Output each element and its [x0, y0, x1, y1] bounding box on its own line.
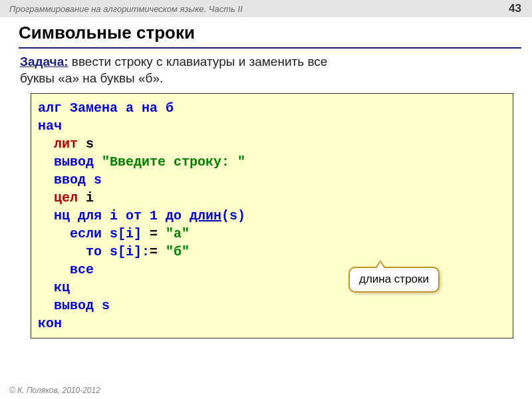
task-text-2: буквы «а» на буквы «б». [20, 71, 163, 85]
callout-text: длина строки [359, 273, 429, 285]
kw-vvod: ввод s [38, 172, 102, 188]
task-text-1: ввести строку с клавиатуры и заменить вс… [68, 55, 328, 68]
kw-to: то s[i]: [38, 244, 150, 259]
footer-copyright: © К. Поляков, 2010-2012 [9, 386, 100, 395]
breadcrumb: Программирование на алгоритмическом язык… [9, 4, 243, 14]
task-description: Задача: ввести строку с клавиатуры и зам… [0, 49, 532, 86]
kw-alg: алг [38, 100, 70, 116]
page-title: Символьные строки [0, 17, 532, 47]
str-a: "а" [166, 226, 190, 241]
kw-kon: кон [38, 316, 62, 331]
callout-pointer-inner [376, 262, 384, 269]
page-number: 43 [509, 2, 521, 15]
kw-vyvod: вывод [38, 154, 102, 170]
var-s: s [86, 136, 94, 152]
kw-cel: цел [38, 190, 86, 205]
var-i: i [86, 190, 94, 205]
kw-kc: кц [38, 280, 70, 295]
fn-dlin: длин [190, 208, 221, 223]
str-b: "б" [166, 244, 190, 259]
kw-esli: если s[i] [38, 226, 142, 241]
op-eq1: = [142, 226, 166, 241]
task-label: Задача: [20, 55, 68, 68]
op-eq2: = [150, 244, 166, 259]
code-block: алг Замена а на б нач лит s вывод "Введи… [31, 93, 513, 338]
alg-name: Замена а на б [70, 100, 174, 116]
str-prompt: "Введите строку: " [102, 154, 245, 170]
kw-vyvod2: вывод s [38, 298, 110, 313]
kw-nc: нц для i от 1 до [38, 208, 190, 223]
callout-box: длина строки [348, 267, 440, 293]
kw-nach: нач [38, 118, 62, 134]
kw-lit: лит [38, 136, 86, 152]
kw-vse: все [38, 262, 94, 277]
header-bar: Программирование на алгоритмическом язык… [0, 0, 532, 17]
fn-arg: (s) [221, 208, 245, 223]
